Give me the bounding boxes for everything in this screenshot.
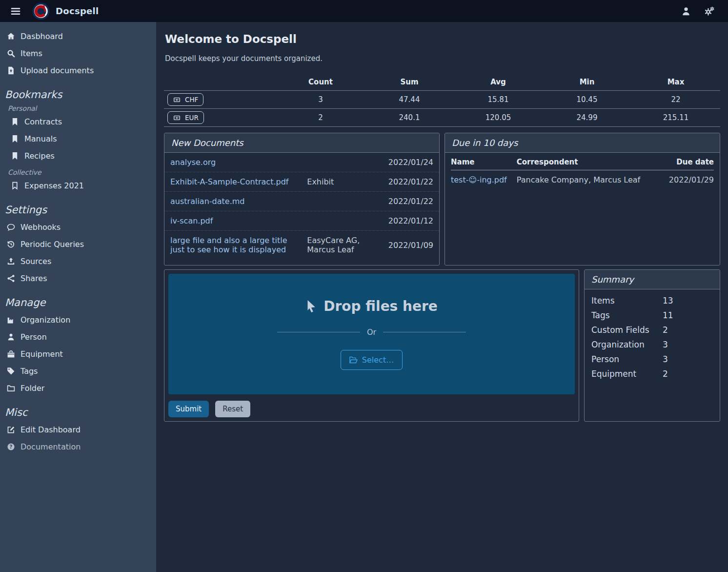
document-row: australian-date.md 2022/01/22 bbox=[164, 191, 439, 211]
sidebar-item-label: Shares bbox=[20, 274, 47, 283]
sidebar-item-label: Folder bbox=[20, 384, 44, 393]
sidebar-item-folder[interactable]: Folder bbox=[0, 380, 156, 397]
sidebar-item-label: Manuals bbox=[24, 134, 57, 143]
bookmark-icon bbox=[11, 135, 19, 143]
or-label: Or bbox=[367, 327, 376, 337]
top-navbar: Docspell bbox=[0, 0, 728, 22]
sidebar-item-dashboard[interactable]: Dasbhoard bbox=[0, 28, 156, 45]
document-link[interactable]: Exhibit-A-Sample-Contract.pdf bbox=[170, 177, 307, 186]
due-document-link[interactable]: test-☺-ing.pdf bbox=[451, 175, 507, 184]
document-date: 2022/01/24 bbox=[375, 158, 433, 167]
stats-header-max: Max bbox=[631, 75, 720, 90]
sidebar-item-items[interactable]: Items bbox=[0, 45, 156, 62]
due-row: test-☺-ing.pdf Pancake Company, Marcus L… bbox=[451, 170, 714, 189]
sidebar-item-bookmark-expenses-2021[interactable]: Expenses 2021 bbox=[0, 177, 156, 194]
stats-header-avg: Avg bbox=[454, 75, 543, 90]
question-circle-icon: ? bbox=[7, 443, 15, 451]
sidebar-item-label: Organization bbox=[20, 315, 70, 325]
summary-label: Custom Fields bbox=[591, 325, 663, 335]
document-link[interactable]: analyse.org bbox=[170, 158, 307, 167]
sidebar-item-label: Person bbox=[20, 332, 47, 342]
sidebar-item-label: Equipment bbox=[20, 349, 63, 359]
due-table: Name Correspondent Due date test-☺-ing.p… bbox=[445, 153, 720, 190]
submit-button[interactable]: Submit bbox=[168, 401, 209, 417]
sidebar-item-label: Dasbhoard bbox=[20, 32, 63, 41]
summary-row: Equipment 2 bbox=[585, 367, 720, 381]
document-info: Exhibit bbox=[307, 177, 375, 186]
document-link[interactable]: australian-date.md bbox=[170, 197, 307, 206]
summary-label: Person bbox=[591, 354, 663, 364]
due-correspondent: Pancake Company, Marcus Leaf bbox=[517, 175, 661, 184]
summary-value: 3 bbox=[663, 340, 668, 349]
comment-icon bbox=[7, 223, 15, 231]
stats-header-count: Count bbox=[276, 75, 365, 90]
new-documents-title: New Documents bbox=[164, 133, 439, 153]
user-icon bbox=[681, 6, 691, 16]
summary-list: Items 13 Tags 11 Custom Fields 2 Organiz… bbox=[585, 289, 720, 385]
currency-badge-chf: CHF bbox=[167, 93, 203, 106]
app-brand[interactable]: Docspell bbox=[32, 2, 99, 20]
summary-row: Tags 11 bbox=[585, 308, 720, 323]
sidebar-item-webhooks[interactable]: Webhooks bbox=[0, 219, 156, 236]
due-header-correspondent: Correspondent bbox=[517, 158, 661, 166]
app-title: Docspell bbox=[56, 6, 99, 16]
sidebar-item-organization[interactable]: Organization bbox=[0, 311, 156, 328]
document-row: Exhibit-A-Sample-Contract.pdf Exhibit 20… bbox=[164, 172, 439, 191]
sidebar-item-tags[interactable]: Tags bbox=[0, 363, 156, 380]
sidebar-item-bookmark-recipes[interactable]: Recipes bbox=[0, 147, 156, 164]
sidebar-item-label: Contracts bbox=[24, 117, 62, 126]
summary-row: Items 13 bbox=[585, 293, 720, 308]
stat-value: 3 bbox=[276, 95, 365, 104]
sidebar-item-label: Periodic Queries bbox=[20, 240, 84, 249]
sidebar-item-label: Upload documents bbox=[20, 66, 94, 75]
folder-open-icon bbox=[349, 356, 358, 364]
sidebar-item-label: Expenses 2021 bbox=[24, 181, 84, 190]
summary-row: Custom Fields 2 bbox=[585, 323, 720, 337]
sidebar-item-documentation[interactable]: ? Documentation bbox=[0, 438, 156, 455]
document-link[interactable]: iv-scan.pdf bbox=[170, 216, 307, 225]
folder-icon bbox=[7, 384, 15, 392]
sidebar-item-bookmark-manuals[interactable]: Manuals bbox=[0, 130, 156, 147]
sidebar-item-periodic-queries[interactable]: Periodic Queries bbox=[0, 236, 156, 253]
summary-value: 2 bbox=[663, 325, 668, 335]
briefcase-icon bbox=[7, 350, 15, 358]
stats-header-min: Min bbox=[543, 75, 631, 90]
summary-value: 13 bbox=[663, 296, 673, 306]
stat-value: 240.1 bbox=[365, 113, 454, 122]
summary-label: Organization bbox=[591, 340, 663, 349]
sidebar-item-upload-documents[interactable]: Upload documents bbox=[0, 62, 156, 79]
docspell-logo-icon bbox=[32, 2, 50, 20]
sidebar-item-sources[interactable]: Sources bbox=[0, 253, 156, 270]
stats-row-eur: EUR 2 240.1 120.05 24.99 215.11 bbox=[164, 109, 720, 127]
select-files-button[interactable]: Select… bbox=[341, 350, 403, 370]
due-header-row: Name Correspondent Due date bbox=[451, 154, 714, 170]
due-panel-title: Due in 10 days bbox=[445, 133, 720, 153]
user-menu-button[interactable] bbox=[681, 6, 691, 16]
document-link[interactable]: large file and also a large title just t… bbox=[170, 236, 307, 254]
sidebar-item-edit-dashboard[interactable]: Edit Dashboard bbox=[0, 421, 156, 438]
bookmark-icon bbox=[11, 118, 19, 126]
sidebar-item-bookmark-contracts[interactable]: Contracts bbox=[0, 113, 156, 130]
sidebar-item-shares[interactable]: Shares bbox=[0, 270, 156, 287]
navbar-actions bbox=[681, 6, 717, 16]
due-panel: Due in 10 days Name Correspondent Due da… bbox=[445, 133, 720, 266]
menu-toggle-button[interactable] bbox=[11, 6, 20, 16]
document-row: analyse.org 2022/01/24 bbox=[164, 153, 439, 172]
document-info: EasyCare AG, Marcus Leaf bbox=[307, 236, 375, 254]
tags-icon bbox=[7, 367, 15, 375]
file-dropzone[interactable]: Drop files here Or Select… bbox=[168, 274, 575, 394]
page-subtitle: Docspell keeps your documents organized. bbox=[165, 54, 720, 63]
sidebar-item-label: Tags bbox=[20, 367, 38, 376]
sidebar-item-label: Items bbox=[20, 49, 42, 58]
stat-value: 22 bbox=[631, 95, 720, 104]
sidebar-item-person[interactable]: Person bbox=[0, 328, 156, 346]
sidebar-item-equipment[interactable]: Equipment bbox=[0, 346, 156, 363]
currency-badge-eur: EUR bbox=[167, 111, 204, 124]
search-icon bbox=[7, 49, 15, 58]
misc-section-header: Misc bbox=[5, 407, 151, 418]
reset-button[interactable]: Reset bbox=[215, 401, 250, 417]
settings-menu-button[interactable] bbox=[705, 6, 714, 16]
upload-panel: Drop files here Or Select… Submit Reset bbox=[164, 269, 579, 422]
mouse-pointer-icon bbox=[305, 300, 317, 313]
settings-section-header: Settings bbox=[5, 204, 151, 216]
